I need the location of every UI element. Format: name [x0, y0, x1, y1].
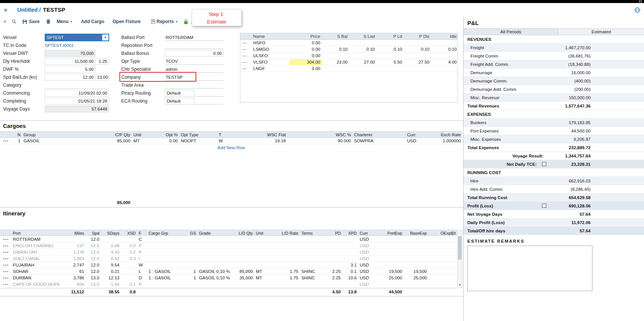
xpd-cell[interactable]: 10.6 [342, 275, 358, 281]
bunker-price-cell[interactable]: 0.00 [290, 46, 322, 52]
ld-rate-cell[interactable] [270, 281, 300, 287]
xpd-cell[interactable] [342, 243, 358, 249]
bunker-slad-cell[interactable]: 27.00 [349, 59, 376, 65]
xsd-cell[interactable]: 0.1 [121, 281, 137, 287]
function-cell[interactable]: I [137, 256, 147, 262]
row-menu-icon[interactable]: ••• [0, 236, 11, 242]
bunker-pld-cell[interactable]: 0.10 [376, 46, 404, 52]
pnl-col-all-periods[interactable]: All Periods [464, 29, 558, 35]
terms-cell[interactable] [300, 281, 320, 287]
window-control-icon[interactable] [639, 0, 642, 2]
port-cell[interactable]: ENGLISH CHANNEL [11, 243, 68, 249]
grade-cell[interactable] [197, 249, 233, 255]
unit-cell[interactable] [254, 281, 270, 287]
delete-icon[interactable] [46, 19, 50, 24]
curr-cell[interactable]: USD [358, 281, 374, 287]
bunker-price-cell[interactable]: 0.00 [290, 65, 322, 72]
estimate-remarks-textarea[interactable] [467, 246, 592, 291]
curr-cell[interactable]: USD [358, 243, 374, 249]
bunker-row[interactable]: ••• LNGF 0.00 [240, 65, 458, 72]
ld-qty-cell[interactable] [233, 262, 254, 268]
port-cell[interactable]: DURBAN [11, 275, 68, 281]
portexp-cell[interactable]: 19,500 [374, 268, 404, 274]
spd-cell[interactable]: 12.0 [86, 256, 101, 262]
bunker-price-cell[interactable]: 304.00 [290, 59, 322, 65]
ld-rate-cell[interactable]: 1.75 [270, 275, 300, 281]
cargo-opt-pct[interactable]: 0.00 [149, 138, 179, 144]
bunker-sbal-cell[interactable]: 23.00 [322, 59, 349, 65]
spd-cell[interactable]: 12.0 [86, 236, 101, 242]
bunker-pld-cell[interactable] [376, 40, 404, 46]
cargo-curr[interactable]: USD [406, 138, 432, 144]
grade-cell[interactable]: GASOIL 0,10 % [197, 275, 233, 281]
dwf-field[interactable]: 5.00 [45, 66, 96, 73]
add-button[interactable]: + [3, 18, 6, 25]
pd-cell[interactable] [320, 256, 342, 262]
row-menu-icon[interactable]: ••• [0, 249, 11, 255]
checkbox[interactable] [542, 204, 546, 208]
addr-comm-field[interactable]: 1.25 [96, 58, 109, 65]
function-cell[interactable]: P [137, 249, 147, 255]
reposition-port-field[interactable] [165, 42, 224, 49]
ld-rate-cell[interactable] [270, 262, 300, 268]
bunker-sbal-cell[interactable] [322, 40, 349, 46]
cargo-grp-cell[interactable] [147, 243, 187, 249]
bunker-sbal-cell[interactable] [322, 53, 349, 59]
bunker-idle-cell[interactable] [431, 53, 458, 59]
ballast-bonus-field[interactable]: 0.00 [165, 50, 224, 57]
bunker-sbal-cell[interactable] [322, 65, 349, 72]
dly-hire-field[interactable]: 11,500.00 [45, 58, 96, 65]
pd-cell[interactable] [320, 249, 342, 255]
menu-button[interactable]: Menu ▼ [56, 19, 72, 24]
ld-rate-cell[interactable] [270, 256, 300, 262]
bunker-slad-cell[interactable]: 0.10 [349, 46, 376, 52]
ld-qty-cell[interactable] [233, 256, 254, 262]
bunker-row[interactable]: ••• HSFO 0.00 [240, 40, 458, 46]
itinerary-row[interactable]: ••• FUJAIRAH 2,747 12.0 9.54 W 3.1 USD [0, 262, 457, 268]
function-cell[interactable]: P [137, 281, 147, 287]
row-menu-icon[interactable]: ••• [0, 268, 11, 274]
bunker-sbal-cell[interactable]: 0.10 [322, 46, 349, 52]
curr-cell[interactable]: USD [358, 249, 374, 255]
bunker-row[interactable]: ••• LSMGO 0.00 0.10 0.10 0.10 0.10 0.10 [240, 46, 458, 53]
ld-rate-cell[interactable] [270, 249, 300, 255]
terms-cell[interactable]: SHINC [300, 275, 320, 281]
cargo-grp-cell[interactable]: 1 : GASOIL [147, 268, 187, 274]
chtr-specialist-field[interactable]: admin [165, 66, 224, 73]
search-icon[interactable] [12, 19, 16, 24]
function-cell[interactable]: P [137, 243, 147, 249]
grade-cell[interactable] [197, 262, 233, 268]
completing-field[interactable]: 01/05/21 18:28 [45, 98, 109, 104]
row-menu-icon[interactable]: ••• [0, 256, 11, 262]
function-cell[interactable]: D [137, 275, 147, 281]
company-field[interactable]: TESTSP [165, 74, 224, 81]
cargo-grp-cell[interactable]: 1 : GASOIL [147, 275, 187, 281]
bunker-row[interactable]: ••• ULSFO 0.00 [240, 53, 458, 59]
xsd-cell[interactable] [121, 262, 137, 268]
bunker-pdis-cell[interactable] [404, 53, 431, 59]
scrollbar-thumb[interactable] [458, 236, 462, 260]
terms-cell[interactable] [300, 243, 320, 249]
bunker-slad-cell[interactable] [349, 40, 376, 46]
portexp-cell[interactable] [374, 281, 404, 287]
ld-qty-cell[interactable] [233, 249, 254, 255]
xpd-cell[interactable] [342, 256, 358, 262]
bunker-row[interactable]: ••• VLSFO 304.00 23.00 27.00 5.50 27.50 … [240, 59, 458, 65]
spd-ldn-field[interactable]: 13.00 [96, 74, 109, 81]
pd-cell[interactable] [320, 262, 342, 268]
terms-cell[interactable] [300, 262, 320, 268]
cargo-grp-cell[interactable] [147, 262, 187, 268]
globe-icon[interactable] [635, 7, 640, 13]
portexp-cell[interactable] [374, 249, 404, 255]
spd-cell[interactable]: 12.0 [86, 268, 101, 274]
itinerary-row[interactable]: ••• SUEZ CANAL 1,963 12.0 6.82 0.3 I USD [0, 256, 457, 262]
xsd-cell[interactable] [121, 236, 137, 242]
unit-cell[interactable] [254, 256, 270, 262]
trade-area-field[interactable] [165, 82, 224, 89]
portexp-cell[interactable] [374, 262, 404, 268]
port-cell[interactable]: FUJAIRAH [11, 262, 68, 268]
portexp-cell[interactable]: 25,000 [374, 275, 404, 281]
pd-cell[interactable]: 2.25 [320, 268, 342, 274]
ld-qty-cell[interactable]: 35,000 [233, 275, 254, 281]
bunker-pdis-cell[interactable]: 27.50 [404, 59, 431, 65]
